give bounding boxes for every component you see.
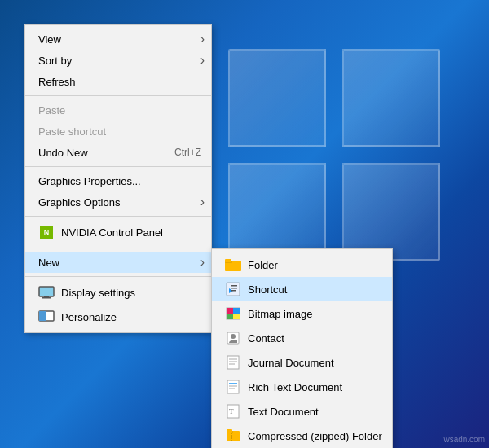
richtext-icon <box>225 379 241 395</box>
submenu-item-bitmap[interactable]: Bitmap image <box>212 301 392 326</box>
svg-rect-5 <box>231 285 237 287</box>
svg-rect-3 <box>227 283 240 296</box>
menu-item-sort-by[interactable]: Sort by <box>25 50 211 71</box>
menu-item-personalize[interactable]: Personalize <box>25 305 211 329</box>
folder-icon <box>225 257 241 273</box>
separator-2 <box>25 166 211 167</box>
svg-point-14 <box>231 334 236 339</box>
svg-rect-27 <box>227 429 232 433</box>
separator-3 <box>25 216 211 217</box>
menu-item-paste[interactable]: Paste <box>25 99 211 121</box>
desktop: View Sort by Refresh Paste Paste shortcu… <box>0 0 489 448</box>
svg-rect-31 <box>42 297 51 299</box>
nvidia-icon: N <box>38 224 55 240</box>
menu-item-graphics-properties[interactable]: Graphics Properties... <box>25 170 211 191</box>
separator-5 <box>25 276 211 277</box>
svg-rect-6 <box>231 288 237 289</box>
submenu-item-shortcut[interactable]: Shortcut <box>212 277 392 301</box>
zip-icon <box>225 428 241 444</box>
submenu-item-journal[interactable]: Journal Document <box>212 350 392 375</box>
svg-rect-15 <box>227 356 239 369</box>
shortcut-icon <box>225 281 241 297</box>
separator-4 <box>25 248 211 248</box>
submenu-item-folder[interactable]: Folder <box>212 253 392 277</box>
menu-item-display-settings[interactable]: Display settings <box>25 280 211 305</box>
svg-rect-19 <box>227 380 239 393</box>
display-settings-icon <box>38 284 55 301</box>
watermark: wsadn.com <box>443 435 485 444</box>
svg-rect-29 <box>39 287 54 296</box>
menu-item-nvidia[interactable]: N NVIDIA Control Panel <box>25 220 211 244</box>
separator-1 <box>25 95 211 96</box>
svg-rect-10 <box>233 308 240 314</box>
menu-item-graphics-options[interactable]: Graphics Options <box>25 191 211 213</box>
svg-rect-12 <box>233 314 240 319</box>
svg-rect-2 <box>225 259 231 262</box>
submenu-item-text[interactable]: T Text Document <box>212 399 392 424</box>
submenu-item-zip[interactable]: Compressed (zipped) Folder <box>212 424 392 448</box>
submenu-item-richtext[interactable]: Rich Text Document <box>212 375 392 399</box>
svg-text:T: T <box>229 407 234 415</box>
svg-rect-11 <box>227 314 233 319</box>
bitmap-icon <box>225 305 241 322</box>
svg-rect-9 <box>227 308 233 314</box>
menu-item-new[interactable]: New Folder <box>25 252 211 273</box>
submenu-item-contact[interactable]: Contact <box>212 326 392 350</box>
journal-icon <box>225 354 241 371</box>
menu-item-refresh[interactable]: Refresh <box>25 71 211 92</box>
svg-rect-34 <box>39 311 46 321</box>
menu-item-undo-new[interactable]: Undo New Ctrl+Z <box>25 142 211 163</box>
text-icon: T <box>225 403 241 419</box>
menu-item-view[interactable]: View <box>25 29 211 50</box>
new-submenu: Folder Shortcut <box>211 248 393 448</box>
contact-icon <box>225 330 241 346</box>
personalize-icon <box>38 309 55 325</box>
menu-item-paste-shortcut[interactable]: Paste shortcut <box>25 121 211 142</box>
svg-rect-7 <box>231 290 236 292</box>
windows-logo <box>228 49 440 261</box>
context-menu: View Sort by Refresh Paste Paste shortcu… <box>24 24 212 333</box>
